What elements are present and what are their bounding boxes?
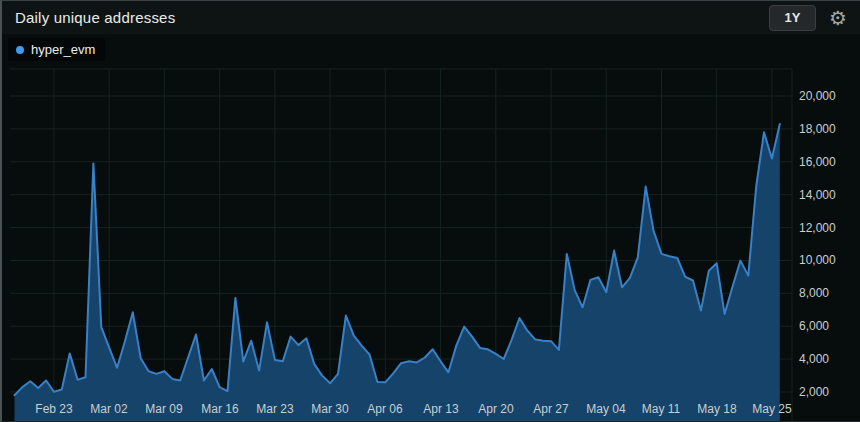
x-axis-label: Mar 09 <box>134 402 194 416</box>
x-axis-label: Mar 16 <box>190 402 250 416</box>
y-axis-label: 18,000 <box>799 122 836 136</box>
series-dot-icon <box>16 46 24 54</box>
x-axis-label: Apr 13 <box>411 402 471 416</box>
x-axis-label: Mar 30 <box>300 402 360 416</box>
x-axis-label: Mar 23 <box>245 402 305 416</box>
y-axis-label: 16,000 <box>799 155 836 169</box>
series-area-fill <box>15 124 780 422</box>
chart-panel: Daily unique addresses 1Y ⚙ hyper_evm 2,… <box>0 0 860 422</box>
y-axis-label: 12,000 <box>799 221 836 235</box>
x-axis-label: May 18 <box>687 402 747 416</box>
x-axis-label: Feb 23 <box>24 402 84 416</box>
legend-item[interactable]: hyper_evm <box>8 38 105 61</box>
gear-icon[interactable]: ⚙ <box>829 8 847 28</box>
y-axis-label: 20,000 <box>799 89 836 103</box>
y-axis-label: 6,000 <box>799 319 829 333</box>
header-controls: 1Y ⚙ <box>769 5 860 31</box>
x-axis-label: Mar 02 <box>79 402 139 416</box>
page-title: Daily unique addresses <box>2 9 175 26</box>
y-axis-label: 8,000 <box>799 286 829 300</box>
y-axis-label: 14,000 <box>799 188 836 202</box>
x-axis-label: May 25 <box>742 402 802 416</box>
x-axis-label: Apr 06 <box>355 402 415 416</box>
legend-series-label: hyper_evm <box>31 42 95 57</box>
x-axis: Feb 23Mar 02Mar 09Mar 16Mar 23Mar 30Apr … <box>2 395 860 421</box>
area-chart-svg <box>2 34 860 422</box>
range-button-1y[interactable]: 1Y <box>769 5 816 31</box>
y-axis: 2,0004,0006,0008,00010,00012,00014,00016… <box>792 34 860 422</box>
panel-header: Daily unique addresses 1Y ⚙ <box>2 1 860 34</box>
x-axis-label: May 11 <box>631 402 691 416</box>
y-axis-label: 10,000 <box>799 253 836 267</box>
x-axis-label: Apr 27 <box>521 402 581 416</box>
x-axis-label: May 04 <box>576 402 636 416</box>
x-axis-label: Apr 20 <box>466 402 526 416</box>
chart-plot[interactable]: hyper_evm 2,0004,0006,0008,00010,00012,0… <box>2 34 860 421</box>
y-axis-label: 4,000 <box>799 352 829 366</box>
